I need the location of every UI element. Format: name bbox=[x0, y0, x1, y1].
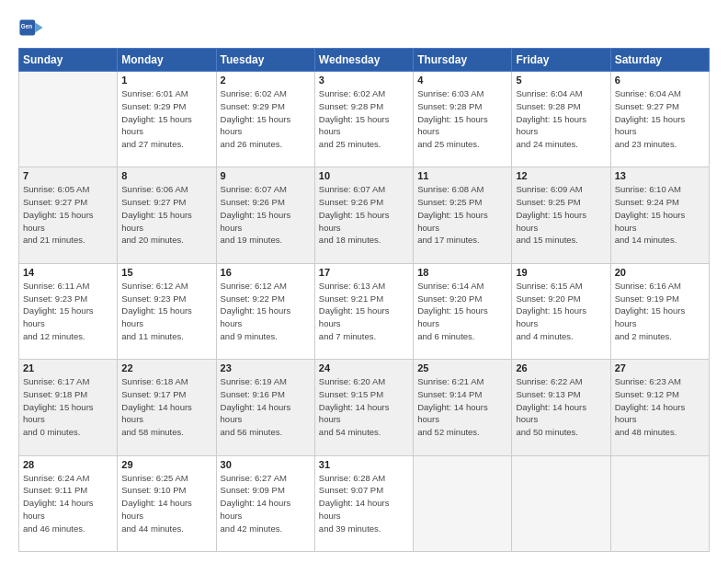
day-number: 13 bbox=[615, 170, 705, 181]
day-header-wednesday: Wednesday bbox=[314, 49, 413, 72]
calendar-week-row: 1Sunrise: 6:01 AMSunset: 9:29 PMDaylight… bbox=[19, 72, 710, 167]
day-number: 22 bbox=[121, 362, 211, 373]
day-number: 11 bbox=[417, 170, 507, 181]
calendar-day-cell: 11Sunrise: 6:08 AMSunset: 9:25 PMDayligh… bbox=[414, 167, 512, 263]
calendar-day-cell: 27Sunrise: 6:23 AMSunset: 9:12 PMDayligh… bbox=[610, 360, 709, 455]
day-header-thursday: Thursday bbox=[414, 49, 512, 72]
calendar-day-cell: 10Sunrise: 6:07 AMSunset: 9:26 PMDayligh… bbox=[314, 167, 413, 263]
day-info: Sunrise: 6:03 AMSunset: 9:28 PMDaylight:… bbox=[417, 87, 507, 151]
day-number: 8 bbox=[121, 170, 211, 181]
day-info: Sunrise: 6:02 AMSunset: 9:28 PMDaylight:… bbox=[319, 87, 409, 151]
day-info: Sunrise: 6:07 AMSunset: 9:26 PMDaylight:… bbox=[221, 183, 311, 247]
logo: Gen bbox=[18, 15, 48, 40]
day-number: 5 bbox=[516, 75, 606, 86]
calendar-day-cell: 18Sunrise: 6:14 AMSunset: 9:20 PMDayligh… bbox=[414, 263, 512, 359]
calendar-day-cell: 28Sunrise: 6:24 AMSunset: 9:11 PMDayligh… bbox=[19, 455, 118, 551]
page: Gen SundayMondayTuesdayWednesdayThursday… bbox=[0, 0, 728, 563]
day-number: 19 bbox=[516, 267, 606, 278]
calendar-day-cell: 26Sunrise: 6:22 AMSunset: 9:13 PMDayligh… bbox=[512, 360, 610, 455]
day-number: 27 bbox=[615, 362, 705, 373]
day-info: Sunrise: 6:18 AMSunset: 9:17 PMDaylight:… bbox=[121, 375, 211, 439]
day-number: 21 bbox=[23, 362, 113, 373]
day-info: Sunrise: 6:06 AMSunset: 9:27 PMDaylight:… bbox=[121, 183, 211, 247]
day-number: 31 bbox=[319, 459, 409, 470]
day-info: Sunrise: 6:24 AMSunset: 9:11 PMDaylight:… bbox=[23, 472, 113, 535]
calendar-day-cell: 31Sunrise: 6:28 AMSunset: 9:07 PMDayligh… bbox=[314, 455, 413, 551]
day-info: Sunrise: 6:01 AMSunset: 9:29 PMDaylight:… bbox=[121, 87, 211, 151]
calendar-day-cell: 14Sunrise: 6:11 AMSunset: 9:23 PMDayligh… bbox=[19, 263, 118, 359]
day-info: Sunrise: 6:15 AMSunset: 9:20 PMDaylight:… bbox=[516, 280, 606, 343]
day-number: 24 bbox=[319, 362, 409, 373]
calendar-day-cell: 30Sunrise: 6:27 AMSunset: 9:09 PMDayligh… bbox=[216, 455, 314, 551]
day-info: Sunrise: 6:22 AMSunset: 9:13 PMDaylight:… bbox=[516, 375, 606, 439]
calendar-day-cell: 24Sunrise: 6:20 AMSunset: 9:15 PMDayligh… bbox=[314, 360, 413, 455]
day-number: 23 bbox=[221, 362, 311, 373]
calendar-day-cell: 3Sunrise: 6:02 AMSunset: 9:28 PMDaylight… bbox=[314, 72, 413, 167]
day-number: 17 bbox=[319, 267, 409, 278]
calendar-day-cell: 20Sunrise: 6:16 AMSunset: 9:19 PMDayligh… bbox=[610, 263, 709, 359]
day-header-sunday: Sunday bbox=[19, 49, 118, 72]
calendar-day-cell: 7Sunrise: 6:05 AMSunset: 9:27 PMDaylight… bbox=[19, 167, 118, 263]
day-number: 10 bbox=[319, 170, 409, 181]
calendar-day-cell: 12Sunrise: 6:09 AMSunset: 9:25 PMDayligh… bbox=[512, 167, 610, 263]
day-header-monday: Monday bbox=[118, 49, 216, 72]
day-number: 29 bbox=[121, 459, 211, 470]
svg-text:Gen: Gen bbox=[21, 23, 32, 29]
day-info: Sunrise: 6:20 AMSunset: 9:15 PMDaylight:… bbox=[319, 375, 409, 439]
calendar-day-cell: 19Sunrise: 6:15 AMSunset: 9:20 PMDayligh… bbox=[512, 263, 610, 359]
day-info: Sunrise: 6:13 AMSunset: 9:21 PMDaylight:… bbox=[319, 280, 409, 343]
day-info: Sunrise: 6:14 AMSunset: 9:20 PMDaylight:… bbox=[417, 280, 507, 343]
calendar-day-cell: 29Sunrise: 6:25 AMSunset: 9:10 PMDayligh… bbox=[118, 455, 216, 551]
calendar-header-row: SundayMondayTuesdayWednesdayThursdayFrid… bbox=[19, 49, 710, 72]
day-number: 7 bbox=[23, 170, 113, 181]
calendar-day-cell bbox=[19, 72, 118, 167]
day-header-friday: Friday bbox=[512, 49, 610, 72]
day-number: 2 bbox=[221, 75, 311, 86]
day-info: Sunrise: 6:21 AMSunset: 9:14 PMDaylight:… bbox=[417, 375, 507, 439]
svg-marker-1 bbox=[35, 22, 42, 32]
calendar-week-row: 14Sunrise: 6:11 AMSunset: 9:23 PMDayligh… bbox=[19, 263, 710, 359]
day-number: 14 bbox=[23, 267, 113, 278]
day-info: Sunrise: 6:08 AMSunset: 9:25 PMDaylight:… bbox=[417, 183, 507, 247]
calendar-day-cell: 23Sunrise: 6:19 AMSunset: 9:16 PMDayligh… bbox=[216, 360, 314, 455]
day-number: 26 bbox=[516, 362, 606, 373]
day-number: 6 bbox=[615, 75, 705, 86]
day-header-tuesday: Tuesday bbox=[216, 49, 314, 72]
calendar-day-cell bbox=[414, 455, 512, 551]
day-info: Sunrise: 6:23 AMSunset: 9:12 PMDaylight:… bbox=[615, 375, 705, 439]
day-info: Sunrise: 6:12 AMSunset: 9:22 PMDaylight:… bbox=[221, 280, 311, 343]
calendar-week-row: 21Sunrise: 6:17 AMSunset: 9:18 PMDayligh… bbox=[19, 360, 710, 455]
day-info: Sunrise: 6:07 AMSunset: 9:26 PMDaylight:… bbox=[319, 183, 409, 247]
calendar-day-cell: 9Sunrise: 6:07 AMSunset: 9:26 PMDaylight… bbox=[216, 167, 314, 263]
calendar-day-cell: 22Sunrise: 6:18 AMSunset: 9:17 PMDayligh… bbox=[118, 360, 216, 455]
day-number: 20 bbox=[615, 267, 705, 278]
day-info: Sunrise: 6:04 AMSunset: 9:28 PMDaylight:… bbox=[516, 87, 606, 151]
day-info: Sunrise: 6:05 AMSunset: 9:27 PMDaylight:… bbox=[23, 183, 113, 247]
day-info: Sunrise: 6:04 AMSunset: 9:27 PMDaylight:… bbox=[615, 87, 705, 151]
calendar-day-cell: 25Sunrise: 6:21 AMSunset: 9:14 PMDayligh… bbox=[414, 360, 512, 455]
day-number: 18 bbox=[417, 267, 507, 278]
day-info: Sunrise: 6:10 AMSunset: 9:24 PMDaylight:… bbox=[615, 183, 705, 247]
day-info: Sunrise: 6:02 AMSunset: 9:29 PMDaylight:… bbox=[221, 87, 311, 151]
calendar-day-cell: 17Sunrise: 6:13 AMSunset: 9:21 PMDayligh… bbox=[314, 263, 413, 359]
logo-icon: Gen bbox=[18, 15, 44, 40]
day-number: 16 bbox=[221, 267, 311, 278]
calendar-day-cell: 21Sunrise: 6:17 AMSunset: 9:18 PMDayligh… bbox=[19, 360, 118, 455]
day-info: Sunrise: 6:19 AMSunset: 9:16 PMDaylight:… bbox=[221, 375, 311, 439]
day-number: 4 bbox=[417, 75, 507, 86]
calendar-week-row: 28Sunrise: 6:24 AMSunset: 9:11 PMDayligh… bbox=[19, 455, 710, 551]
day-number: 25 bbox=[417, 362, 507, 373]
calendar-day-cell: 13Sunrise: 6:10 AMSunset: 9:24 PMDayligh… bbox=[610, 167, 709, 263]
day-number: 12 bbox=[516, 170, 606, 181]
calendar-day-cell bbox=[610, 455, 709, 551]
day-info: Sunrise: 6:27 AMSunset: 9:09 PMDaylight:… bbox=[221, 472, 311, 535]
day-info: Sunrise: 6:17 AMSunset: 9:18 PMDaylight:… bbox=[23, 375, 113, 439]
day-info: Sunrise: 6:09 AMSunset: 9:25 PMDaylight:… bbox=[516, 183, 606, 247]
calendar-day-cell: 4Sunrise: 6:03 AMSunset: 9:28 PMDaylight… bbox=[414, 72, 512, 167]
calendar-day-cell bbox=[512, 455, 610, 551]
calendar-day-cell: 16Sunrise: 6:12 AMSunset: 9:22 PMDayligh… bbox=[216, 263, 314, 359]
day-number: 9 bbox=[221, 170, 311, 181]
day-number: 1 bbox=[121, 75, 211, 86]
header: Gen bbox=[18, 15, 710, 40]
calendar-table: SundayMondayTuesdayWednesdayThursdayFrid… bbox=[18, 48, 710, 552]
